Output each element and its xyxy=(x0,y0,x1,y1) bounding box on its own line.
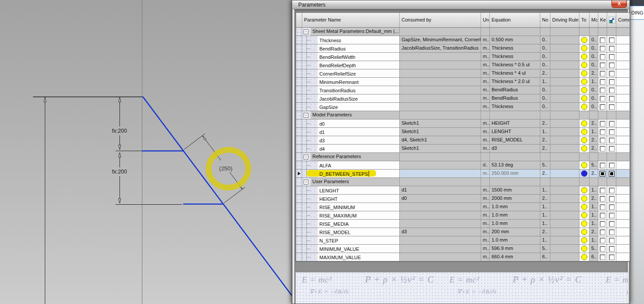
row-selector-cell[interactable] xyxy=(296,211,302,219)
unit-cell[interactable]: m.. xyxy=(481,136,490,144)
unit-cell[interactable]: m.. xyxy=(481,145,490,152)
key-checkbox[interactable] xyxy=(600,79,605,85)
consumed-by-cell[interactable] xyxy=(400,78,481,86)
consumed-by-cell[interactable] xyxy=(400,53,481,61)
comment-cell[interactable] xyxy=(616,211,630,219)
nominal-value-cell[interactable]: 0.. xyxy=(540,86,550,94)
ribbon-tab-fragment[interactable]: DING xyxy=(630,6,644,20)
tolerance-indicator-icon[interactable] xyxy=(581,79,587,85)
column-header-equation[interactable]: Equation xyxy=(490,13,540,27)
tolerance-indicator-icon[interactable] xyxy=(581,70,587,76)
equation-cell[interactable]: Thickness xyxy=(490,44,540,52)
export-cell[interactable] xyxy=(607,203,616,211)
consumed-by-cell[interactable] xyxy=(400,245,481,253)
tolerance-indicator-icon[interactable] xyxy=(581,212,587,218)
equation-cell[interactable]: HEIGHT xyxy=(490,119,540,127)
key-checkbox[interactable] xyxy=(600,121,605,127)
tolerance-indicator-icon[interactable] xyxy=(581,62,587,68)
equation-cell[interactable]: BendRadius xyxy=(490,94,540,102)
model-value-cell[interactable]: 0.. xyxy=(590,36,598,44)
export-cell[interactable] xyxy=(607,86,616,94)
key-checkbox[interactable] xyxy=(600,196,605,202)
key-checkbox[interactable] xyxy=(600,87,605,93)
key-cell[interactable] xyxy=(598,161,607,169)
key-checkbox[interactable] xyxy=(600,104,605,110)
model-value-cell[interactable]: 2.. xyxy=(590,195,598,203)
parameter-name[interactable]: D_BETWEEN_STEPS xyxy=(319,171,368,177)
parameter-row[interactable]: ThicknessGapSize, MinimumRemnant, Corner… xyxy=(296,36,630,44)
key-cell[interactable] xyxy=(598,136,607,144)
parameter-row[interactable]: d1Sketch1m..LENGHT1..1.. xyxy=(296,128,630,136)
export-cell[interactable] xyxy=(607,186,616,194)
equation-cell[interactable]: Thickness xyxy=(490,53,540,61)
parameter-name-cell[interactable]: TransitionRadius xyxy=(302,86,400,94)
row-selector-cell[interactable] xyxy=(296,69,302,77)
parameter-name[interactable]: CornerReliefSize xyxy=(319,71,356,76)
export-checkbox[interactable] xyxy=(609,188,615,193)
key-checkbox[interactable] xyxy=(600,71,605,76)
parameter-group-row[interactable]: −Sheet Metal Parameters:Default_mm (... xyxy=(296,28,630,36)
key-cell[interactable] xyxy=(598,253,607,261)
parameter-group-row[interactable]: −Model Parameters xyxy=(296,111,630,119)
consumed-by-cell[interactable]: d3 xyxy=(400,228,481,236)
export-cell[interactable] xyxy=(607,170,616,177)
tolerance-cell[interactable] xyxy=(579,36,590,44)
unit-cell[interactable]: m.. xyxy=(481,236,490,244)
key-checkbox[interactable] xyxy=(600,129,605,135)
tolerance-indicator-icon[interactable] xyxy=(581,170,587,177)
parameter-name-cell[interactable]: d1 xyxy=(302,128,400,136)
nominal-value-cell[interactable]: 1.. xyxy=(540,128,550,136)
consumed-by-cell[interactable]: Sketch1 xyxy=(400,145,481,152)
row-selector-cell[interactable] xyxy=(296,78,302,86)
comment-cell[interactable] xyxy=(616,220,630,228)
key-checkbox[interactable] xyxy=(600,171,605,177)
driving-rule-cell[interactable] xyxy=(550,236,579,244)
key-cell[interactable] xyxy=(598,36,607,44)
equation-cell[interactable]: 1.0 mm xyxy=(490,211,540,219)
tolerance-indicator-icon[interactable] xyxy=(581,221,587,227)
parameter-row[interactable]: D_BETWEEN_STEPSm..250.000 mm2..2.. xyxy=(296,170,630,178)
unit-cell[interactable]: m.. xyxy=(481,253,490,261)
parameter-name-cell[interactable]: D_BETWEEN_STEPS xyxy=(302,170,400,177)
tolerance-cell[interactable] xyxy=(579,161,590,169)
row-selector-cell[interactable] xyxy=(296,186,302,194)
equation-cell[interactable]: 250.000 mm xyxy=(490,170,540,177)
equation-cell[interactable]: 1500 mm xyxy=(490,186,540,194)
key-checkbox[interactable] xyxy=(600,37,605,43)
parameter-name[interactable]: d3 xyxy=(319,138,325,143)
tolerance-cell[interactable] xyxy=(579,103,590,111)
row-selector-cell[interactable] xyxy=(296,111,302,119)
parameter-group-row[interactable]: −Reference Parameters xyxy=(296,153,630,161)
tolerance-indicator-icon[interactable] xyxy=(581,137,587,143)
row-selector-cell[interactable] xyxy=(296,170,302,177)
key-cell[interactable] xyxy=(598,61,607,69)
export-checkbox[interactable] xyxy=(609,213,615,218)
column-header-comment[interactable]: Comr xyxy=(616,13,630,27)
key-checkbox[interactable] xyxy=(600,188,605,193)
comment-cell[interactable] xyxy=(616,203,630,211)
driving-rule-cell[interactable] xyxy=(550,128,579,136)
collapse-toggle-icon[interactable]: − xyxy=(304,180,308,185)
row-selector-cell[interactable] xyxy=(296,153,302,161)
driving-rule-cell[interactable] xyxy=(550,44,579,52)
unit-cell[interactable]: m.. xyxy=(481,228,490,236)
unit-cell[interactable]: m.. xyxy=(481,36,490,44)
comment-cell[interactable] xyxy=(616,103,630,111)
equation-cell[interactable]: 53.13 deg xyxy=(490,161,540,169)
row-selector-cell[interactable] xyxy=(296,53,302,61)
parameter-row[interactable]: d0Sketch1m..HEIGHT2..2.. xyxy=(296,119,630,128)
equation-cell[interactable]: RISE_MODEL xyxy=(490,136,540,144)
export-cell[interactable] xyxy=(607,78,616,86)
nominal-value-cell[interactable]: 0.. xyxy=(540,44,550,52)
model-value-cell[interactable]: 5.. xyxy=(590,245,598,253)
export-cell[interactable] xyxy=(607,228,616,236)
parameter-row[interactable]: JacobiRadiusSizem..BendRadius0..0.. xyxy=(296,94,630,103)
tolerance-indicator-icon[interactable] xyxy=(581,95,587,101)
consumed-by-cell[interactable] xyxy=(400,61,481,69)
nominal-value-cell[interactable]: 2.. xyxy=(540,119,550,127)
driving-rule-cell[interactable] xyxy=(550,195,579,203)
model-value-cell[interactable]: 0.. xyxy=(590,86,598,94)
parameter-row[interactable]: TransitionRadiusm..BendRadius0..0.. xyxy=(296,86,630,94)
driving-rule-cell[interactable] xyxy=(550,145,579,152)
tolerance-indicator-icon[interactable] xyxy=(581,246,587,252)
